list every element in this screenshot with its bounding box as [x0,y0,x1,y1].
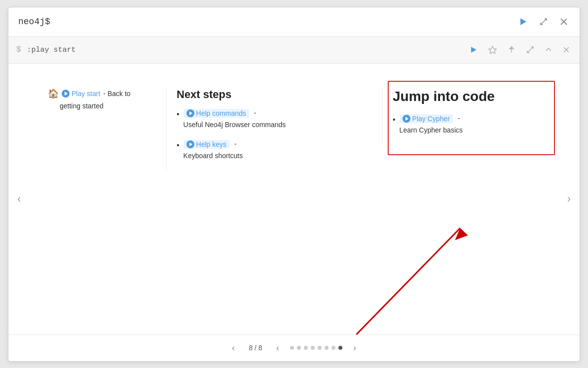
pagination-bar: ‹ 8 / 8 ‹ › [8,335,580,361]
help-commands-link[interactable]: Help commands [184,109,249,118]
page-prev-arrow[interactable]: ‹ [272,341,283,355]
left-column: 🏠 Play start - Back to getting started [38,88,166,110]
page-next-arrow[interactable]: › [349,341,360,355]
columns: 🏠 Play start - Back to getting started [38,78,550,320]
cmd-fullscreen-button[interactable] [524,44,536,56]
top-bar: neo4j$ [8,7,580,37]
getting-started-text: getting started [60,102,156,110]
step-content: Play Cypher - Learn Cypher basics [400,114,540,135]
dot-2 [297,346,301,350]
svg-line-2 [541,22,544,25]
browser-panel: neo4j$ $ :play start [8,7,580,362]
cmd-pin-button[interactable] [506,44,517,56]
svg-marker-6 [489,46,497,54]
help-keys-label: Help keys [196,140,226,148]
svg-line-11 [527,50,530,53]
dollar-sign: $ [16,45,21,54]
jump-list: Play Cypher - Learn Cypher basics [393,114,540,135]
cmd-play-button[interactable] [468,44,479,56]
help-keys-icon [186,140,194,148]
step-content: Help commands - Useful Neo4j Browser com… [184,109,372,130]
play-start-link[interactable]: Play start [62,90,100,98]
step-content: Help keys - Keyboard shortcuts [184,140,372,161]
pagination-dots [290,346,342,350]
command-bar: $ :play start [8,37,580,64]
help-keys-sep: - [234,140,237,148]
home-link: 🏠 Play start - Back to [48,88,156,99]
play-cypher-sep: - [458,114,460,122]
dot-4 [311,346,315,350]
play-cypher-icon [403,115,410,123]
cmd-actions [468,44,572,56]
page-prev-button[interactable]: ‹ [228,341,239,355]
play-start-label: Play start [72,90,100,98]
help-keys-desc: Keyboard shortcuts [184,151,372,161]
dot-3 [304,346,308,350]
neo4j-title: neo4j$ [18,17,516,27]
dot-7 [331,346,335,350]
jump-title: Jump into code [393,88,540,105]
middle-column: Next steps Help commands - [166,88,382,171]
play-cypher-label: Play Cypher [412,115,450,123]
slide-container: ‹ 🏠 Play start - Back to [8,64,580,335]
next-steps-list: Help commands - Useful Neo4j Browser com… [177,109,372,161]
dot-1 [290,346,294,350]
svg-line-1 [544,19,547,22]
play-cypher-desc: Learn Cypher basics [400,125,540,135]
dot-5 [318,346,322,350]
next-steps-title: Next steps [177,88,372,101]
svg-line-10 [530,47,533,50]
nav-next-button[interactable]: › [563,189,575,209]
list-item: Play Cypher - Learn Cypher basics [393,114,540,135]
svg-marker-5 [471,47,477,53]
top-expand-button[interactable] [537,15,550,28]
help-commands-icon [186,109,194,117]
list-item: Help keys - Keyboard shortcuts [177,140,372,161]
help-commands-label: Help commands [196,109,246,117]
cmd-close-button[interactable] [561,44,572,55]
right-column: Jump into code Play Cypher - [382,88,550,146]
help-commands-sep: - [254,109,257,117]
top-bar-actions [516,15,570,28]
top-play-button[interactable] [516,15,529,28]
cmd-collapse-button[interactable] [543,44,554,55]
dot-8 [338,346,342,350]
play-start-icon [62,90,70,98]
content-area: ‹ 🏠 Play start - Back to [8,64,580,361]
command-text: :play start [27,46,462,54]
dot-6 [325,346,329,350]
top-close-button[interactable] [558,16,570,28]
help-commands-desc: Useful Neo4j Browser commands [184,120,372,130]
nav-prev-button[interactable]: ‹ [13,189,25,209]
svg-marker-0 [520,18,526,25]
cmd-star-button[interactable] [486,44,499,56]
back-text: - Back to [103,90,130,98]
home-icon: 🏠 [48,88,59,99]
help-keys-link[interactable]: Help keys [184,140,229,149]
play-cypher-link[interactable]: Play Cypher [400,114,453,123]
list-item: Help commands - Useful Neo4j Browser com… [177,109,372,130]
page-count: 8 / 8 [246,344,265,352]
